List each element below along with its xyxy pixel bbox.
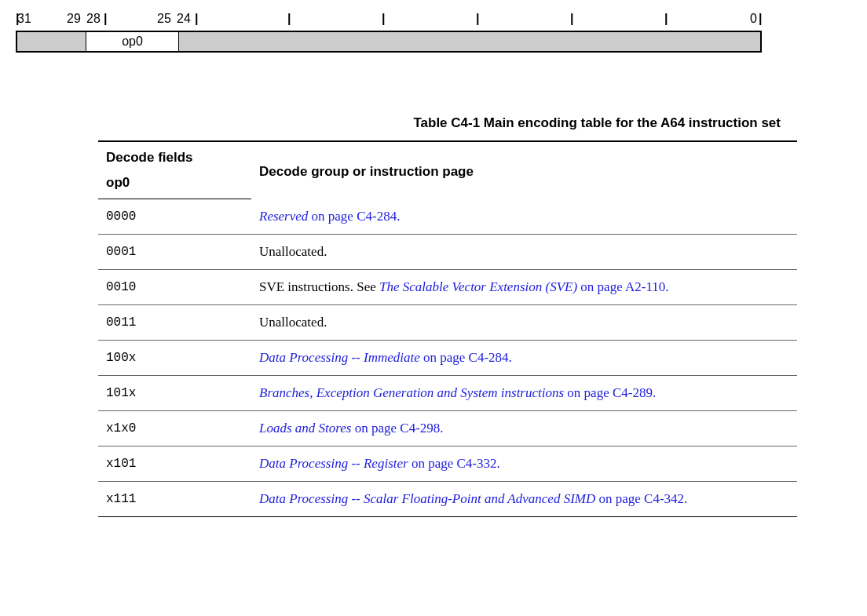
decode-group-cell: Data Processing -- Register on page C4-3… — [251, 446, 797, 481]
bit-28: 28 — [86, 12, 101, 26]
after-link-text: on page C4-342. — [595, 491, 687, 506]
bit-31: 31 — [17, 12, 31, 26]
tick: | — [382, 12, 385, 26]
decode-group-cell: Loads and Stores on page C4-298. — [251, 410, 797, 446]
decode-group-cell: Data Processing -- Scalar Floating-Point… — [251, 481, 797, 516]
after-link-text: on page A2-110. — [577, 279, 668, 294]
tick: | — [570, 12, 573, 26]
tick: | — [476, 12, 479, 26]
cross-ref-link[interactable]: Branches, Exception Generation and Syste… — [259, 385, 564, 400]
after-link-text: on page C4-284. — [420, 350, 512, 365]
tick: | — [759, 12, 762, 26]
bitfield-diagram: op0 — [16, 31, 762, 53]
cross-ref-link[interactable]: Loads and Stores — [259, 421, 351, 436]
bitfield-seg-op0: op0 — [86, 32, 179, 51]
encoding-table: Decode fields Decode group or instructio… — [98, 140, 797, 517]
op0-value: x101 — [98, 446, 251, 481]
table-row: x111Data Processing -- Scalar Floating-P… — [98, 481, 797, 516]
bitfield-seg-31-29 — [17, 32, 86, 51]
cross-ref-link[interactable]: Data Processing -- Immediate — [259, 350, 420, 365]
bit-25: 25 — [157, 12, 171, 26]
table-row: 0001Unallocated. — [98, 234, 797, 269]
op0-value: 0000 — [98, 199, 251, 235]
plain-text: Unallocated. — [259, 315, 327, 330]
cross-ref-link[interactable]: Data Processing -- Register — [259, 456, 408, 471]
plain-text: Unallocated. — [259, 244, 327, 259]
cross-ref-link[interactable]: Reserved — [259, 209, 308, 224]
decode-group-cell: SVE instructions. See The Scalable Vecto… — [251, 269, 797, 304]
after-link-text: on page C4-332. — [408, 456, 500, 471]
header-op0: op0 — [98, 170, 251, 199]
cross-ref-link[interactable]: The Scalable Vector Extension (SVE) — [379, 279, 577, 294]
table-row: 101xBranches, Exception Generation and S… — [98, 375, 797, 410]
tick: | — [195, 12, 198, 26]
after-link-text: on page C4-284. — [308, 209, 400, 224]
header-decode-fields: Decode fields — [98, 141, 251, 170]
table-row: 0000Reserved on page C4-284. — [98, 199, 797, 235]
header-decode-group: Decode group or instruction page — [251, 141, 797, 199]
op0-value: x111 — [98, 481, 251, 516]
tick: | — [664, 12, 668, 26]
decode-group-cell: Branches, Exception Generation and Syste… — [251, 375, 797, 410]
table-row: 0011Unallocated. — [98, 304, 797, 340]
table-row: 100xData Processing -- Immediate on page… — [98, 340, 797, 375]
table-row: x1x0Loads and Stores on page C4-298. — [98, 410, 797, 446]
table-caption: Table C4-1 Main encoding table for the A… — [16, 115, 781, 131]
decode-group-cell: Unallocated. — [251, 234, 797, 269]
bitfield-seg-24-0 — [179, 32, 760, 51]
bit-24: 24 — [177, 12, 191, 26]
decode-group-cell: Unallocated. — [251, 304, 797, 340]
decode-group-cell: Data Processing -- Immediate on page C4-… — [251, 340, 797, 375]
bit-index-labels: 31 29 28 25 24 0 | | | | | | | | | — [16, 12, 762, 29]
op0-value: x1x0 — [98, 410, 251, 446]
tick: | — [287, 12, 291, 26]
cross-ref-link[interactable]: Data Processing -- Scalar Floating-Point… — [259, 491, 595, 506]
after-link-text: on page C4-298. — [351, 421, 443, 436]
prefix-text: SVE instructions. See — [259, 279, 379, 294]
table-row: 0010SVE instructions. See The Scalable V… — [98, 269, 797, 304]
bit-29: 29 — [67, 12, 81, 26]
tick: | — [16, 12, 19, 26]
op0-value: 0010 — [98, 269, 251, 304]
after-link-text: on page C4-289. — [564, 385, 656, 400]
op0-value: 101x — [98, 375, 251, 410]
decode-group-cell: Reserved on page C4-284. — [251, 199, 797, 235]
bit-0: 0 — [750, 12, 757, 26]
table-row: x101Data Processing -- Register on page … — [98, 446, 797, 481]
op0-value: 100x — [98, 340, 251, 375]
op0-value: 0001 — [98, 234, 251, 269]
tick: | — [104, 12, 107, 26]
op0-value: 0011 — [98, 304, 251, 340]
